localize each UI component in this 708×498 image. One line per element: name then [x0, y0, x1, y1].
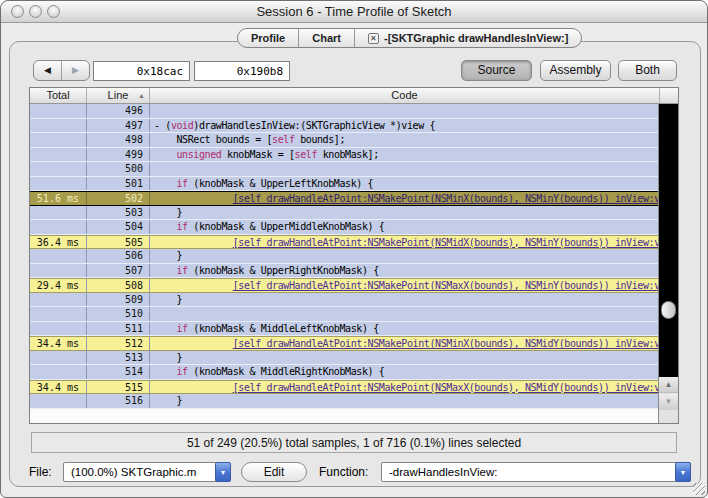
column-header-line-label: Line	[108, 89, 129, 101]
code-link[interactable]: [self drawHandleAtPoint:NSMakePoint(NSMi…	[233, 193, 660, 204]
cell-total-time: 36.4 ms	[30, 236, 87, 249]
table-row[interactable]: 29.4 ms508 [self drawHandleAtPoint:NSMak…	[30, 278, 660, 293]
cell-line-number: 502	[87, 192, 150, 205]
cell-line-number: 507	[87, 264, 150, 278]
code-text: }	[154, 352, 182, 363]
table-row[interactable]: 503 }	[30, 206, 660, 221]
code-text	[154, 382, 233, 393]
cell-total-time: 51.6 ms	[30, 192, 87, 205]
code-text: )drawHandlesInView:(SKTGraphicView *)vie…	[193, 120, 435, 131]
address-field-2[interactable]	[194, 61, 290, 81]
cell-total-time	[30, 220, 87, 234]
cell-code: if (knobMask & UpperRightKnobMask) {	[150, 264, 660, 278]
table-row[interactable]: 499 unsigned knobMask = [self knobMask];	[30, 148, 660, 163]
forward-arrow-icon: ▶	[72, 65, 79, 75]
title-bar: Session 6 - Time Profile of Sketch	[1, 1, 707, 23]
cell-line-number: 504	[87, 220, 150, 234]
cell-line-number: 497	[87, 119, 150, 133]
source-button[interactable]: Source	[461, 60, 532, 81]
table-row[interactable]: 510	[30, 307, 660, 322]
table-row[interactable]: 504 if (knobMask & UpperMiddleKnobMask) …	[30, 220, 660, 235]
cell-code: unsigned knobMask = [self knobMask];	[150, 148, 660, 162]
code-keyword: if	[176, 221, 187, 232]
both-button[interactable]: Both	[618, 60, 677, 81]
table-row[interactable]: 513 }	[30, 351, 660, 366]
code-keyword: self	[272, 134, 294, 145]
resize-grip-icon[interactable]	[693, 483, 705, 495]
table-row[interactable]: 34.4 ms512 [self drawHandleAtPoint:NSMak…	[30, 336, 660, 351]
edit-button[interactable]: Edit	[241, 462, 307, 482]
cell-code: [self drawHandleAtPoint:NSMakePoint(NSMi…	[150, 337, 660, 350]
code-link[interactable]: [self drawHandleAtPoint:NSMakePoint(NSMa…	[233, 280, 660, 291]
column-header-total[interactable]: Total	[30, 88, 87, 103]
scroll-up-button[interactable]: ▲	[659, 377, 678, 393]
cell-line-number: 505	[87, 236, 150, 249]
cell-total-time: 34.4 ms	[30, 381, 87, 394]
assembly-button[interactable]: Assembly	[540, 60, 611, 81]
code-text	[154, 280, 233, 291]
cell-total-time	[30, 351, 87, 365]
profile-table: Total Line ▲ Code 496497- (void)drawHand…	[29, 87, 679, 424]
code-text: knobMask = [	[221, 149, 294, 160]
code-text	[154, 221, 176, 232]
column-header-code[interactable]: Code	[150, 88, 660, 103]
code-text	[154, 178, 176, 189]
code-text: NSRect bounds = [	[154, 134, 272, 145]
forward-button[interactable]: ▶	[62, 61, 89, 80]
table-row[interactable]: 507 if (knobMask & UpperRightKnobMask) {	[30, 264, 660, 279]
code-text: (knobMask & UpperMiddleKnobMask) {	[188, 221, 385, 232]
window-title: Session 6 - Time Profile of Sketch	[1, 1, 707, 23]
cell-line-number: 513	[87, 351, 150, 365]
cell-code: [self drawHandleAtPoint:NSMakePoint(NSMa…	[150, 381, 660, 394]
table-row[interactable]: 514 if (knobMask & MiddleRightKnobMask) …	[30, 365, 660, 380]
cell-line-number: 514	[87, 365, 150, 379]
address-field-1[interactable]	[93, 61, 190, 81]
table-row[interactable]: 501 if (knobMask & UpperLeftKnobMask) {	[30, 177, 660, 192]
table-row[interactable]: 509 }	[30, 293, 660, 308]
tab-close-icon[interactable]: ✕	[368, 33, 379, 44]
code-keyword: self	[295, 149, 317, 160]
scrollbar-thumb[interactable]	[661, 301, 676, 319]
back-button[interactable]: ◀	[34, 61, 62, 80]
cell-total-time	[30, 148, 87, 162]
file-popup[interactable]: (100.0%) SKTGraphic.m ▼	[63, 462, 231, 482]
tab-chart[interactable]: Chart	[299, 29, 355, 47]
status-bar: 51 of 249 (20.5%) total samples, 1 of 71…	[31, 432, 677, 453]
cell-code	[150, 307, 660, 321]
table-row[interactable]: 511 if (knobMask & MiddleLeftKnobMask) {	[30, 322, 660, 337]
table-row[interactable]: 516 }	[30, 394, 660, 409]
file-popup-value: (100.0%) SKTGraphic.m	[71, 466, 196, 478]
cell-line-number: 496	[87, 104, 150, 118]
cell-line-number: 500	[87, 162, 150, 176]
scroll-down-button[interactable]: ▼	[659, 394, 678, 410]
code-link[interactable]: [self drawHandleAtPoint:NSMakePoint(NSMa…	[233, 382, 660, 393]
code-keyword: if	[176, 323, 187, 334]
code-text: knobMask];	[317, 149, 379, 160]
table-row[interactable]: 34.4 ms515 [self drawHandleAtPoint:NSMak…	[30, 380, 660, 395]
history-nav-group: ◀ ▶	[33, 60, 90, 81]
table-row[interactable]: 498 NSRect bounds = [self bounds];	[30, 133, 660, 148]
cell-line-number: 512	[87, 337, 150, 350]
tab-browser-active[interactable]: ✕ -[SKTGraphic drawHandlesInView:]	[355, 29, 581, 47]
cell-line-number: 498	[87, 133, 150, 147]
column-header-line[interactable]: Line ▲	[87, 88, 150, 103]
session-tabstrip: Profile Chart ✕ -[SKTGraphic drawHandles…	[237, 28, 582, 48]
table-row[interactable]: 36.4 ms505 [self drawHandleAtPoint:NSMak…	[30, 235, 660, 250]
code-text	[154, 237, 233, 248]
scroll-up-icon: ▲	[665, 380, 673, 389]
table-row[interactable]: 506 }	[30, 249, 660, 264]
table-row[interactable]: 500	[30, 162, 660, 177]
code-link[interactable]: [self drawHandleAtPoint:NSMakePoint(NSMi…	[233, 338, 660, 349]
table-rows: 496497- (void)drawHandlesInView:(SKTGrap…	[30, 104, 660, 409]
table-row[interactable]: 496	[30, 104, 660, 119]
function-popup[interactable]: -drawHandlesInView: ▼	[381, 462, 691, 482]
table-row[interactable]: 497- (void)drawHandlesInView:(SKTGraphic…	[30, 119, 660, 134]
tab-profile[interactable]: Profile	[238, 29, 299, 47]
cell-code	[150, 104, 660, 118]
scrollbar-track[interactable]	[659, 104, 678, 377]
cell-total-time	[30, 162, 87, 176]
code-link[interactable]: [self drawHandleAtPoint:NSMakePoint(NSMi…	[233, 237, 660, 248]
table-row[interactable]: 51.6 ms502 [self drawHandleAtPoint:NSMak…	[30, 191, 660, 206]
cell-line-number: 509	[87, 293, 150, 307]
column-header-spacer	[660, 88, 678, 103]
